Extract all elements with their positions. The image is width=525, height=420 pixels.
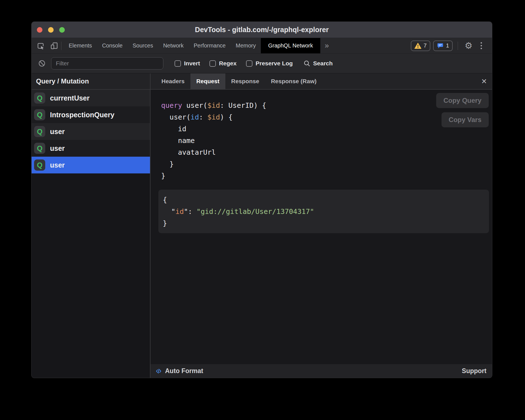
toolbar-divider: [61, 42, 61, 50]
close-detail-icon[interactable]: ✕: [476, 73, 492, 89]
filter-bar: InvertRegexPreserve Log Search: [32, 54, 492, 73]
devtools-tab-graphql-network[interactable]: GraphQL Network: [261, 38, 320, 53]
query-list-item-label: currentUser: [50, 94, 90, 102]
query-list-item-user-4[interactable]: Quser: [32, 157, 150, 173]
copy-buttons: Copy Query Copy Vars: [436, 93, 489, 127]
query-type-badge: Q: [34, 126, 45, 137]
devtools-toolbar: ElementsConsoleSourcesNetworkPerformance…: [32, 38, 492, 54]
regex-checkbox[interactable]: Regex: [209, 60, 237, 67]
message-count: 1: [446, 42, 449, 49]
preserve-log-checkbox-label: Preserve Log: [256, 60, 293, 67]
detail-footer: Auto Format Support: [151, 364, 492, 378]
toolbar-left-icons: [32, 38, 59, 53]
devtools-tab-sources[interactable]: Sources: [128, 38, 158, 53]
devtools-window: DevTools - gitlab.com/-/graphql-explorer: [31, 22, 492, 378]
preserve-log-checkbox[interactable]: Preserve Log: [246, 60, 293, 67]
more-tabs-chevron-icon[interactable]: »: [320, 38, 333, 53]
request-tab-strip: HeadersRequestResponseResponse (Raw) ✕: [151, 73, 492, 90]
messages-badge[interactable]: 1: [433, 40, 453, 51]
filter-input[interactable]: [51, 57, 163, 70]
main-split: Query / Mutation QcurrentUserQIntrospect…: [32, 73, 492, 378]
query-list: QcurrentUserQIntrospectionQueryQuserQuse…: [32, 90, 150, 173]
auto-format-button[interactable]: Auto Format: [155, 367, 203, 375]
query-type-badge: Q: [34, 92, 45, 104]
toolbar-right-controls: 7 1 ⚙: [411, 38, 492, 53]
preserve-log-checkbox-box[interactable]: [246, 60, 252, 67]
devtools-tab-performance[interactable]: Performance: [189, 38, 231, 53]
regex-checkbox-box[interactable]: [209, 60, 216, 67]
settings-gear-icon[interactable]: ⚙: [463, 41, 474, 51]
query-list-header-label: Query / Mutation: [36, 77, 89, 85]
query-list-panel: Query / Mutation QcurrentUserQIntrospect…: [32, 73, 150, 378]
query-list-item-label: user: [50, 144, 65, 152]
code-brackets-icon: [155, 368, 162, 374]
warning-triangle-icon: [414, 43, 421, 49]
variables-box: { "id": "gid://gitlab/User/13704317" }: [158, 190, 489, 233]
search-icon: [303, 60, 311, 67]
copy-query-button[interactable]: Copy Query: [436, 93, 489, 108]
warning-count: 7: [424, 42, 427, 49]
query-list-item-label: user: [50, 128, 65, 136]
devtools-tab-network[interactable]: Network: [158, 38, 188, 53]
query-list-item-label: IntrospectionQuery: [50, 111, 114, 119]
support-link[interactable]: Support: [462, 367, 486, 375]
query-list-header: Query / Mutation: [32, 73, 150, 90]
request-tab-response-raw[interactable]: Response (Raw): [265, 73, 322, 89]
devtools-tab-console[interactable]: Console: [97, 38, 127, 53]
request-tab-headers[interactable]: Headers: [156, 73, 190, 89]
kebab-menu-icon[interactable]: [477, 41, 485, 51]
window-title: DevTools - gitlab.com/-/graphql-explorer: [32, 26, 492, 34]
request-tab-response[interactable]: Response: [225, 73, 265, 89]
request-content: Copy Query Copy Vars query user($id: Use…: [151, 90, 492, 364]
desktop-background: DevTools - gitlab.com/-/graphql-explorer: [0, 0, 525, 420]
chat-bubble-icon: [437, 42, 444, 49]
titlebar: DevTools - gitlab.com/-/graphql-explorer: [32, 22, 492, 38]
device-toolbar-icon[interactable]: [49, 41, 59, 51]
inspect-element-icon[interactable]: [36, 41, 46, 51]
query-type-badge: Q: [34, 109, 45, 120]
invert-checkbox-label: Invert: [184, 60, 200, 67]
toolbar-divider: [458, 42, 458, 50]
query-type-badge: Q: [34, 143, 45, 154]
filter-checkbox-group: InvertRegexPreserve Log: [175, 60, 293, 67]
search-label: Search: [313, 60, 333, 67]
auto-format-label: Auto Format: [165, 367, 203, 375]
query-list-item-user-3[interactable]: Quser: [32, 140, 150, 157]
query-list-item-currentuser-0[interactable]: QcurrentUser: [32, 90, 150, 106]
query-list-item-user-2[interactable]: Quser: [32, 123, 150, 140]
query-type-badge: Q: [34, 159, 45, 171]
query-list-item-introspectionquery-1[interactable]: QIntrospectionQuery: [32, 106, 150, 123]
invert-checkbox-box[interactable]: [175, 60, 181, 67]
regex-checkbox-label: Regex: [219, 60, 237, 67]
graphql-variables-code: { "id": "gid://gitlab/User/13704317" }: [163, 194, 482, 229]
devtools-tab-strip: ElementsConsoleSourcesNetworkPerformance…: [64, 38, 320, 53]
search-button[interactable]: Search: [303, 60, 333, 67]
request-detail-panel: HeadersRequestResponseResponse (Raw) ✕ C…: [151, 73, 492, 378]
devtools-tab-elements[interactable]: Elements: [64, 38, 97, 53]
query-list-item-label: user: [50, 161, 65, 169]
block-clear-icon[interactable]: [37, 59, 47, 68]
invert-checkbox[interactable]: Invert: [175, 60, 200, 67]
request-tab-request[interactable]: Request: [190, 73, 225, 89]
devtools-tab-memory[interactable]: Memory: [231, 38, 261, 53]
copy-vars-button[interactable]: Copy Vars: [442, 112, 489, 127]
warnings-badge[interactable]: 7: [411, 40, 430, 51]
